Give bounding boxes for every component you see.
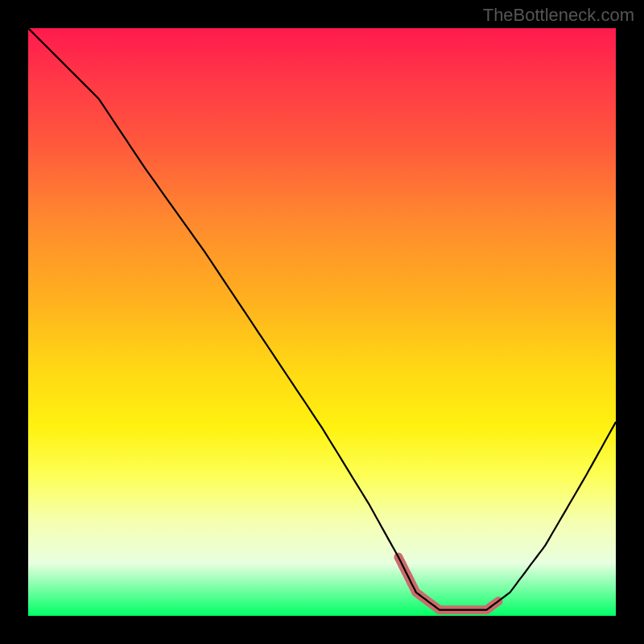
highlight-segment bbox=[398, 557, 498, 610]
plot-area bbox=[28, 28, 616, 616]
chart-svg bbox=[28, 28, 616, 616]
bottleneck-curve bbox=[28, 28, 616, 610]
watermark-text: TheBottleneck.com bbox=[483, 5, 634, 26]
